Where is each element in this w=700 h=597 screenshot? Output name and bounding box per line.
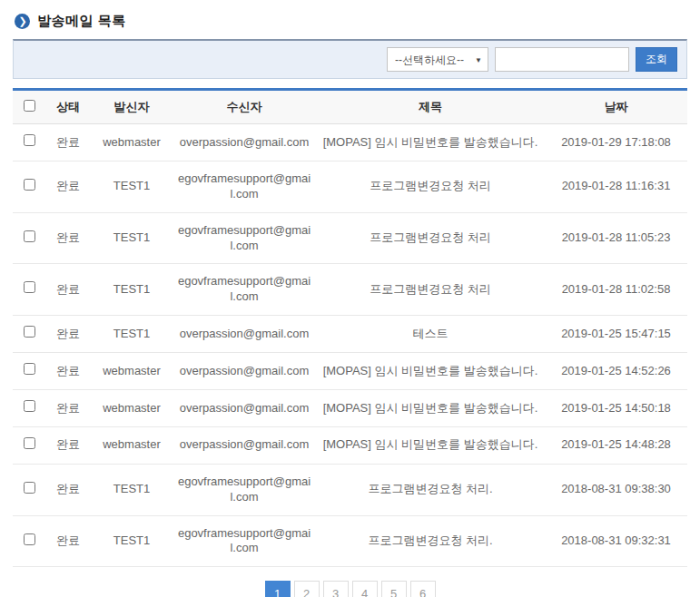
select-all-checkbox[interactable] — [24, 100, 35, 112]
search-field-select-wrap: --선택하세요-- ▼ — [387, 47, 488, 72]
cell-receiver: overpassion@gmail.com — [173, 124, 316, 161]
cell-status: 완료 — [45, 161, 91, 212]
page-button-6[interactable]: 6 — [410, 581, 436, 597]
row-checkbox[interactable] — [24, 482, 35, 494]
table-row: 완료 webmaster overpassion@gmail.com [MOPA… — [13, 353, 687, 390]
cell-sender: webmaster — [91, 124, 173, 161]
cell-subject: [MOPAS] 임시 비밀번호를 발송했습니다. — [316, 390, 545, 427]
page-button-1[interactable]: 1 — [265, 581, 291, 597]
search-input[interactable] — [495, 47, 629, 72]
header-receiver: 수신자 — [173, 90, 316, 124]
cell-sender: TEST1 — [91, 264, 173, 316]
cell-status: 완료 — [45, 515, 91, 567]
cell-subject: 프로그램변경요청 처리. — [316, 515, 545, 567]
table-row: 완료 TEST1 overpassion@gmail.com 테스트 2019-… — [13, 316, 687, 353]
cell-receiver: egovframesupport@gmail.com — [173, 212, 316, 264]
cell-subject: 프로그램변경요청 처리 — [316, 212, 545, 264]
row-checkbox[interactable] — [24, 230, 35, 242]
cell-status: 완료 — [45, 353, 91, 390]
search-button[interactable]: 조회 — [636, 47, 677, 72]
cell-sender: TEST1 — [91, 515, 173, 567]
page-button-3[interactable]: 3 — [323, 581, 349, 597]
cell-date: 2019-01-25 15:47:15 — [545, 316, 687, 353]
cell-date: 2019-01-29 17:18:08 — [545, 124, 687, 161]
cell-date: 2019-01-28 11:16:31 — [545, 161, 687, 212]
cell-status: 완료 — [45, 390, 91, 427]
cell-status: 완료 — [45, 264, 91, 316]
table-row: 완료 TEST1 egovframesupport@gmail.com 프로그램… — [13, 464, 687, 515]
cell-date: 2019-01-28 11:02:58 — [545, 264, 687, 316]
cell-sender: TEST1 — [91, 161, 173, 212]
table-row: 완료 webmaster overpassion@gmail.com [MOPA… — [13, 124, 687, 161]
page-button-4[interactable]: 4 — [352, 581, 378, 597]
cell-status: 완료 — [45, 426, 91, 464]
table-row: 완료 webmaster overpassion@gmail.com [MOPA… — [13, 390, 687, 427]
cell-status: 완료 — [45, 124, 91, 161]
cell-receiver: overpassion@gmail.com — [173, 426, 316, 464]
cell-sender: TEST1 — [91, 464, 173, 515]
sent-mail-table: 상태 발신자 수신자 제목 날짜 완료 webmaster overpassio… — [13, 88, 687, 567]
header-status: 상태 — [45, 90, 91, 124]
row-checkbox[interactable] — [24, 134, 35, 146]
cell-subject: 프로그램변경요청 처리 — [316, 161, 545, 212]
cell-date: 2019-01-25 14:48:28 — [545, 426, 687, 464]
page-button-2[interactable]: 2 — [294, 581, 320, 597]
cell-date: 2019-01-25 14:50:18 — [545, 390, 687, 427]
cell-sender: webmaster — [91, 426, 173, 464]
cell-status: 완료 — [45, 212, 91, 264]
cell-subject: [MOPAS] 임시 비밀번호를 발송했습니다. — [316, 353, 545, 390]
cell-date: 2019-01-28 11:05:23 — [545, 212, 687, 264]
cell-receiver: overpassion@gmail.com — [173, 316, 316, 353]
cell-sender: TEST1 — [91, 316, 173, 353]
content-area: ❯ 발송메일 목록 --선택하세요-- ▼ 조회 상태 발신자 수신자 제목 날… — [0, 0, 700, 597]
cell-date: 2018-08-31 09:32:31 — [545, 515, 687, 567]
header-date: 날짜 — [545, 90, 687, 124]
cell-status: 완료 — [45, 464, 91, 515]
header-sender: 발신자 — [91, 90, 173, 124]
row-checkbox[interactable] — [24, 437, 35, 449]
cell-sender: TEST1 — [91, 212, 173, 264]
row-checkbox[interactable] — [24, 400, 35, 412]
cell-receiver: egovframesupport@gmail.com — [173, 161, 316, 212]
row-checkbox[interactable] — [24, 179, 35, 191]
table-row: 완료 TEST1 egovframesupport@gmail.com 프로그램… — [13, 515, 687, 567]
cell-date: 2018-08-31 09:38:30 — [545, 464, 687, 515]
cell-sender: webmaster — [91, 353, 173, 390]
cell-status: 완료 — [45, 316, 91, 353]
row-checkbox[interactable] — [24, 281, 35, 293]
cell-subject: 프로그램변경요청 처리 — [316, 264, 545, 316]
table-row: 완료 TEST1 egovframesupport@gmail.com 프로그램… — [13, 212, 687, 264]
page-header: ❯ 발송메일 목록 — [13, 9, 687, 39]
pagination: 1 2 3 4 5 6 — [13, 581, 687, 597]
table-row: 완료 TEST1 egovframesupport@gmail.com 프로그램… — [13, 161, 687, 212]
cell-receiver: overpassion@gmail.com — [173, 390, 316, 427]
row-checkbox[interactable] — [24, 326, 35, 338]
cell-subject: 테스트 — [316, 316, 545, 353]
table-row: 완료 webmaster overpassion@gmail.com [MOPA… — [13, 426, 687, 464]
cell-subject: [MOPAS] 임시 비밀번호를 발송했습니다. — [316, 426, 545, 464]
cell-date: 2019-01-25 14:52:26 — [545, 353, 687, 390]
chevron-right-icon: ❯ — [15, 14, 30, 29]
table-header-row: 상태 발신자 수신자 제목 날짜 — [13, 90, 687, 124]
cell-receiver: egovframesupport@gmail.com — [173, 515, 316, 567]
table-row: 완료 TEST1 egovframesupport@gmail.com 프로그램… — [13, 264, 687, 316]
cell-subject: [MOPAS] 임시 비밀번호를 발송했습니다. — [316, 124, 545, 161]
header-subject: 제목 — [316, 90, 545, 124]
cell-subject: 프로그램변경요청 처리. — [316, 464, 545, 515]
cell-receiver: egovframesupport@gmail.com — [173, 264, 316, 316]
cell-receiver: egovframesupport@gmail.com — [173, 464, 316, 515]
header-checkbox-cell — [13, 90, 45, 124]
row-checkbox[interactable] — [24, 533, 35, 545]
cell-sender: webmaster — [91, 390, 173, 427]
search-field-select[interactable]: --선택하세요-- — [388, 48, 488, 71]
search-filter-bar: --선택하세요-- ▼ 조회 — [13, 39, 687, 79]
page-button-5[interactable]: 5 — [381, 581, 407, 597]
page-title: 발송메일 목록 — [37, 13, 126, 30]
cell-receiver: overpassion@gmail.com — [173, 353, 316, 390]
row-checkbox[interactable] — [24, 363, 35, 375]
